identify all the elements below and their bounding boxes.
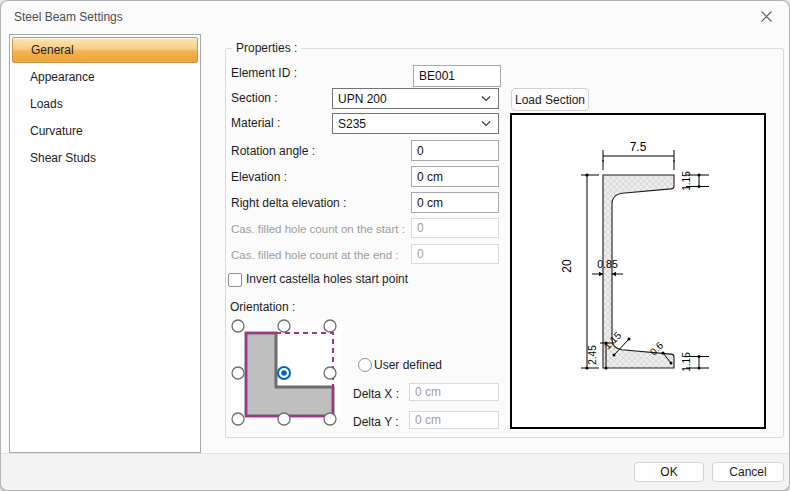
element-id-input[interactable] — [413, 65, 501, 87]
anchor-radio-top-left[interactable] — [232, 320, 244, 332]
dim-height — [581, 173, 599, 369]
title-bar: Steel Beam Settings — [1, 1, 789, 33]
cancel-button[interactable]: Cancel — [712, 462, 784, 482]
dim-height-value: 20 — [560, 259, 574, 273]
rotation-angle-label: Rotation angle : — [231, 141, 315, 161]
dialog-title: Steel Beam Settings — [14, 10, 123, 24]
material-label: Material : — [231, 113, 280, 133]
rotation-angle-input[interactable] — [411, 140, 499, 161]
anchor-radio-bottom-right[interactable] — [324, 413, 336, 425]
material-dropdown[interactable]: S235 — [332, 113, 499, 134]
sidebar-item-general[interactable]: General — [12, 37, 198, 63]
dim-bottom-flange-thickness-value: 1.15 — [681, 352, 692, 372]
cas-hole-end-input — [411, 244, 499, 264]
right-delta-elevation-label: Right delta elevation : — [231, 193, 346, 213]
section-preview-panel: 7.5 1.15 20 0.85 — [510, 113, 766, 429]
close-icon — [761, 11, 772, 22]
cas-hole-start-input — [411, 218, 499, 238]
sidebar-item-appearance[interactable]: Appearance — [12, 64, 198, 90]
orientation-anchor-widget — [226, 316, 351, 431]
delta-y-label: Delta Y : — [353, 412, 399, 432]
orientation-label: Orientation : — [230, 297, 295, 317]
chevron-down-icon — [481, 121, 491, 127]
anchor-radio-top-right[interactable] — [324, 320, 336, 332]
invert-castella-checkbox[interactable] — [228, 273, 242, 287]
user-defined-radio[interactable] — [358, 358, 372, 372]
section-drawing: 7.5 1.15 20 0.85 — [512, 115, 764, 427]
chevron-down-icon — [481, 96, 491, 102]
user-defined-label: User defined — [374, 355, 442, 375]
delta-x-input — [409, 383, 499, 401]
anchor-radio-middle-left[interactable] — [232, 367, 244, 379]
sidebar-item-loads[interactable]: Loads — [12, 91, 198, 117]
dim-web-thickness-value: 0.85 — [597, 258, 618, 270]
delta-x-label: Delta X : — [353, 384, 399, 404]
steel-beam-settings-dialog: Steel Beam Settings General Appearance L… — [0, 0, 790, 491]
invert-castella-label: Invert castella holes start point — [246, 269, 408, 289]
anchor-radio-bottom-left[interactable] — [232, 413, 244, 425]
delta-y-input — [409, 411, 499, 429]
properties-group-label: Properties : — [232, 41, 301, 55]
element-id-label: Element ID : — [231, 63, 297, 83]
dialog-footer: OK Cancel — [1, 453, 789, 491]
elevation-label: Elevation : — [231, 167, 287, 187]
material-value: S235 — [338, 117, 366, 131]
section-label: Section : — [231, 88, 278, 108]
sidebar-item-curvature[interactable]: Curvature — [12, 118, 198, 144]
load-section-button[interactable]: Load Section — [511, 88, 589, 111]
dim-bottom-c-value: 2.45 — [587, 345, 598, 365]
anchor-radio-middle-right[interactable] — [324, 367, 336, 379]
category-list: General Appearance Loads Curvature Shear… — [9, 34, 201, 453]
section-dropdown[interactable]: UPN 200 — [332, 88, 499, 109]
anchor-radio-center-selected[interactable] — [278, 367, 290, 379]
cas-hole-end-label: Cas. filled hole count at the end : — [231, 245, 399, 265]
anchor-radio-top-center[interactable] — [278, 320, 290, 332]
sidebar-item-shear-studs[interactable]: Shear Studs — [12, 145, 198, 171]
dim-top-flange-thickness-value: 1.15 — [681, 171, 692, 191]
section-value: UPN 200 — [338, 92, 387, 106]
anchor-radio-bottom-center[interactable] — [278, 413, 290, 425]
ok-button[interactable]: OK — [634, 462, 704, 482]
cas-hole-start-label: Cas. filled hole count on the start : — [231, 219, 405, 239]
close-button[interactable] — [744, 1, 789, 32]
dim-flange-width-value: 7.5 — [630, 140, 647, 154]
elevation-input[interactable] — [411, 166, 499, 187]
right-delta-elevation-input[interactable] — [411, 192, 499, 213]
